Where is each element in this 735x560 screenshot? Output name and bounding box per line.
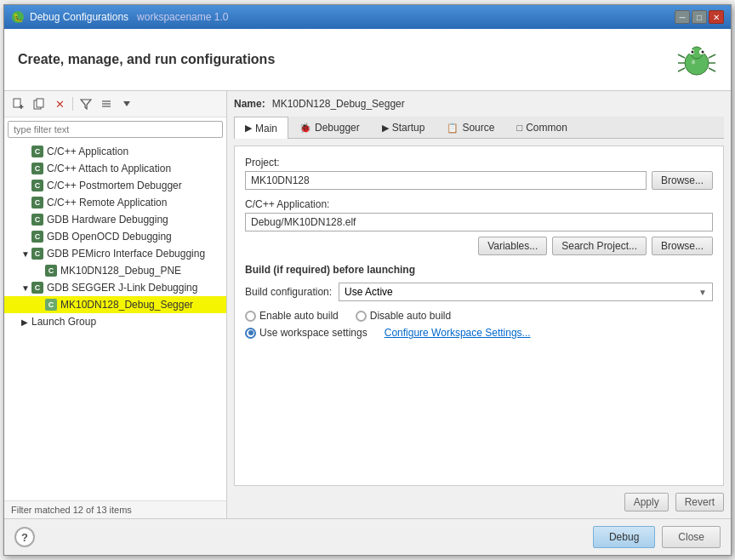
tree-item-gdb-openocd[interactable]: C GDB OpenOCD Debugging — [4, 228, 226, 245]
enable-auto-build-label: Enable auto build — [259, 310, 339, 322]
dropdown-arrow-icon: ▼ — [698, 288, 707, 297]
tab-source[interactable]: 📋 Source — [436, 117, 505, 138]
debug-button[interactable]: Debug — [593, 526, 655, 548]
enable-auto-build-radio[interactable]: Enable auto build — [245, 310, 339, 322]
cpp-app-section: C/C++ Application: Variables... Search P… — [245, 198, 713, 255]
right-panel: Name: MK10DN128_Debug_Segger ▶ Main 🐞 De… — [227, 91, 731, 518]
tab-common[interactable]: □ Common — [505, 117, 578, 138]
c-badge: C — [45, 299, 57, 311]
filter-button[interactable] — [77, 94, 95, 113]
tree-item-gdb-hardware[interactable]: C GDB Hardware Debugging — [4, 211, 226, 228]
tree-item-segger-child[interactable]: C MK10DN128_Debug_Segger — [4, 296, 226, 313]
title-bar-controls: ─ □ ✕ — [675, 10, 724, 24]
filter-status: Filter matched 12 of 13 items — [4, 500, 226, 518]
svg-line-13 — [709, 68, 715, 71]
collapse-all-button[interactable] — [97, 94, 116, 113]
radio-circle-checked — [245, 328, 256, 339]
duplicate-config-button[interactable] — [30, 94, 48, 113]
apply-button[interactable]: Apply — [624, 493, 669, 511]
svg-rect-19 — [37, 99, 43, 107]
delete-config-button[interactable]: ✕ — [50, 94, 69, 113]
tab-main[interactable]: ▶ Main — [234, 117, 288, 139]
new-config-button[interactable] — [9, 94, 28, 113]
tree-item-remote[interactable]: C C/C++ Remote Application — [4, 194, 226, 211]
revert-button[interactable]: Revert — [675, 493, 724, 511]
tab-debugger[interactable]: 🐞 Debugger — [288, 117, 371, 138]
tree-item-launch-group[interactable]: ▶ Launch Group — [4, 313, 226, 330]
config-tree: C C/C++ Application C C/C++ Attach to Ap… — [4, 141, 226, 500]
tree-item-label: Launch Group — [31, 316, 96, 328]
source-tab-icon: 📋 — [447, 123, 459, 134]
help-button[interactable]: ? — [14, 527, 35, 547]
svg-point-7 — [702, 51, 704, 54]
svg-line-11 — [709, 54, 715, 58]
project-label: Project: — [245, 157, 713, 169]
left-toolbar: ✕ — [4, 91, 226, 117]
variables-button[interactable]: Variables... — [478, 237, 547, 255]
project-browse-button[interactable]: Browse... — [652, 171, 713, 190]
svg-line-10 — [678, 68, 685, 71]
c-badge: C — [31, 282, 43, 294]
maximize-button[interactable]: □ — [692, 10, 707, 24]
project-section: Project: Browse... — [245, 157, 713, 190]
tab-startup-label: Startup — [392, 122, 425, 134]
build-section-title: Build (if required) before launching — [245, 264, 713, 276]
svg-marker-24 — [123, 101, 130, 106]
svg-rect-15 — [14, 99, 20, 107]
c-badge: C — [31, 231, 43, 243]
disable-auto-build-label: Disable auto build — [370, 310, 451, 322]
configure-workspace-link[interactable]: Configure Workspace Settings... — [385, 327, 531, 339]
c-badge: C — [31, 180, 43, 191]
auto-build-radio-group: Enable auto build Disable auto build — [245, 310, 713, 322]
tree-item-label: C/C++ Attach to Application — [47, 163, 171, 174]
use-workspace-label: Use workspace settings — [259, 327, 368, 339]
tree-item-cpp-application[interactable]: C C/C++ Application — [4, 143, 226, 160]
expand-dropdown-button[interactable] — [117, 96, 136, 111]
tree-expand-arrow[interactable]: ▼ — [21, 283, 31, 293]
minimize-button[interactable]: ─ — [675, 10, 690, 24]
bottom-right-buttons: Debug Close — [593, 526, 721, 548]
window-appname: workspacename 1.0 — [137, 11, 228, 23]
tabs-bar: ▶ Main 🐞 Debugger ▶ Startup 📋 Source □ — [234, 117, 724, 139]
search-project-button[interactable]: Search Project... — [552, 237, 647, 255]
build-config-dropdown[interactable]: Use Active ▼ — [339, 283, 713, 301]
tree-item-attach[interactable]: C C/C++ Attach to Application — [4, 160, 226, 177]
tree-item-gdb-pemicro[interactable]: ▼ C GDB PEMicro Interface Debugging — [4, 245, 226, 262]
debugger-tab-icon: 🐞 — [299, 123, 311, 134]
tree-expand-arrow[interactable]: ▶ — [21, 317, 31, 327]
svg-point-14 — [692, 60, 695, 65]
c-badge: C — [45, 265, 57, 277]
use-workspace-radio[interactable]: Use workspace settings — [245, 327, 368, 339]
disable-auto-build-radio[interactable]: Disable auto build — [356, 310, 451, 322]
name-row: Name: MK10DN128_Debug_Segger — [234, 98, 724, 110]
build-section: Build (if required) before launching Bui… — [245, 264, 713, 339]
header-title: Create, manage, and run configurations — [18, 52, 275, 67]
tree-item-label: C/C++ Postmortem Debugger — [47, 180, 182, 191]
radio-circle — [356, 311, 367, 322]
close-button[interactable]: Close — [662, 526, 721, 548]
filter-status-text: Filter matched 12 of 13 items — [11, 505, 132, 515]
name-value: MK10DN128_Debug_Segger — [272, 98, 405, 110]
cpp-app-browse-button[interactable]: Browse... — [652, 237, 713, 255]
filter-input[interactable] — [8, 121, 223, 138]
build-config-value: Use Active — [345, 286, 393, 298]
close-window-button[interactable]: ✕ — [709, 10, 724, 24]
project-input[interactable] — [245, 171, 647, 190]
window-title: Debug Configurations — [30, 11, 128, 23]
build-config-row: Build configuration: Use Active ▼ — [245, 283, 713, 301]
bottom-bar: ? Debug Close — [4, 518, 731, 555]
tree-item-label: C/C++ Application — [47, 146, 128, 157]
tree-item-pemicro-child[interactable]: C MK10DN128_Debug_PNE — [4, 262, 226, 279]
cpp-app-input[interactable] — [245, 213, 713, 231]
tab-startup[interactable]: ▶ Startup — [371, 117, 436, 138]
tree-item-label: GDB PEMicro Interface Debugging — [47, 248, 205, 260]
cpp-app-row — [245, 213, 713, 231]
tree-expand-arrow[interactable]: ▼ — [21, 249, 31, 259]
tree-item-gdb-segger[interactable]: ▼ C GDB SEGGER J-Link Debugging — [4, 279, 226, 296]
c-badge: C — [31, 248, 43, 260]
tab-source-label: Source — [462, 122, 494, 134]
tree-item-label: GDB Hardware Debugging — [47, 214, 168, 226]
c-badge: C — [31, 197, 43, 209]
tree-item-postmortem[interactable]: C C/C++ Postmortem Debugger — [4, 177, 226, 194]
workspace-radio-group: Use workspace settings Configure Workspa… — [245, 327, 713, 339]
